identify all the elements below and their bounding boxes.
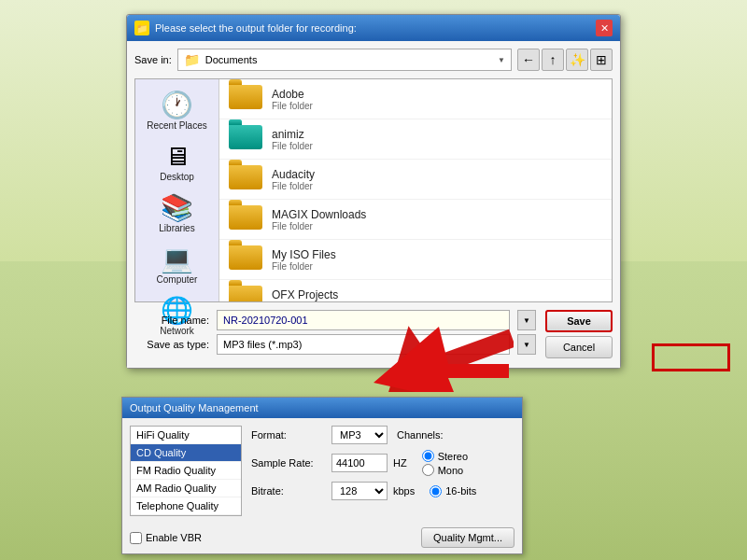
format-row: Format: MP3 Channels: xyxy=(251,426,514,444)
quality-title: Output Quality Management xyxy=(130,402,259,413)
cancel-button[interactable]: Cancel xyxy=(545,336,613,358)
dialog-title: Please select the output folder for reco… xyxy=(155,22,357,34)
sidebar-item-desktop[interactable]: 🖥 Desktop xyxy=(140,138,215,186)
list-item[interactable]: My ISO Files File folder xyxy=(219,240,612,280)
enable-vbr-checkbox[interactable] xyxy=(130,532,142,544)
list-item[interactable]: Adobe File folder xyxy=(219,79,612,119)
folder-icon xyxy=(229,205,262,233)
save-in-label: Save in: xyxy=(134,54,172,65)
quality-item-am[interactable]: AM Radio Quality xyxy=(131,480,241,497)
libraries-label: Libraries xyxy=(159,223,194,233)
computer-icon: 💻 xyxy=(161,245,194,273)
quality-footer: Enable VBR Quality Mgmt... xyxy=(122,524,522,553)
list-item[interactable]: MAGIX Downloads File folder xyxy=(219,200,612,240)
desktop-label: Desktop xyxy=(160,172,194,182)
filetype-label: Save as type: xyxy=(134,339,209,350)
save-button[interactable]: Save xyxy=(545,310,613,332)
filetype-dropdown[interactable]: ▼ xyxy=(517,334,536,355)
filename-label: File name: xyxy=(134,315,209,326)
desktop-icon: 🖥 xyxy=(161,142,194,170)
file-dialog: 📁 Please select the output folder for re… xyxy=(126,14,621,369)
enable-vbr-label[interactable]: Enable VBR xyxy=(130,532,202,544)
title-bar: 📁 Please select the output folder for re… xyxy=(127,15,620,41)
bitrate-label: Bitrate: xyxy=(251,485,326,497)
dialog-icon: 📁 xyxy=(134,21,149,35)
savetype-row: Save as type: ▼ xyxy=(134,334,536,355)
folder-icon xyxy=(229,165,262,193)
save-in-combo[interactable]: 📁 Documents ▼ xyxy=(177,49,512,71)
filename-row: File name: ▼ xyxy=(134,310,536,330)
dialog-body: Save in: 📁 Documents ▼ ← ↑ ✨ ⊞ xyxy=(127,41,620,368)
folder-info: Adobe File folder xyxy=(272,88,313,111)
folder-icon xyxy=(229,85,262,113)
libraries-icon: 📚 xyxy=(161,193,194,221)
computer-label: Computer xyxy=(157,274,198,285)
sample-rate-input[interactable] xyxy=(331,454,388,472)
content-area: 🕐 Recent Places 🖥 Desktop 📚 xyxy=(134,78,613,302)
quality-item-fm[interactable]: FM Radio Quality xyxy=(131,462,241,480)
format-label: Format: xyxy=(251,429,326,441)
folder-info: animiz File folder xyxy=(272,128,313,151)
save-in-row: Save in: 📁 Documents ▼ ← ↑ ✨ ⊞ xyxy=(134,49,613,71)
filetype-input[interactable] xyxy=(217,334,510,355)
folder-info: My ISO Files File folder xyxy=(272,248,336,272)
bits-options: 16-bits xyxy=(430,485,476,497)
quality-title-bar: Output Quality Management xyxy=(122,398,522,418)
title-bar-left: 📁 Please select the output folder for re… xyxy=(134,21,357,35)
list-item[interactable]: OFX Projects File folder xyxy=(219,280,612,301)
new-folder-button[interactable]: ✨ xyxy=(566,49,588,71)
recent-icon: 🕐 xyxy=(161,91,194,119)
quality-item-hifi[interactable]: HiFi Quality xyxy=(131,427,241,444)
quality-body: HiFi Quality CD Quality FM Radio Quality… xyxy=(122,418,522,524)
filename-dropdown[interactable]: ▼ xyxy=(517,310,536,330)
list-item[interactable]: animiz File folder xyxy=(219,119,612,160)
form-rows: File name: ▼ Save as type: ▼ xyxy=(134,310,536,360)
stereo-option[interactable]: Stereo xyxy=(422,450,468,462)
folder-info: MAGIX Downloads File folder xyxy=(272,208,366,231)
back-button[interactable]: ← xyxy=(517,49,540,71)
channels-row: Sample Rate: HZ Stereo Mono xyxy=(251,450,514,476)
format-select[interactable]: MP3 xyxy=(331,426,388,444)
save-in-arrow: ▼ xyxy=(498,56,505,64)
quality-item-tel[interactable]: Telephone Quality xyxy=(131,497,241,515)
bitrate-select[interactable]: 128 xyxy=(331,482,388,500)
folder-icon xyxy=(229,125,262,153)
bitrate-row: Bitrate: 128 kbps 16-bits xyxy=(251,482,514,500)
up-button[interactable]: ↑ xyxy=(542,49,564,71)
quality-mgmt-button[interactable]: Quality Mgmt... xyxy=(421,527,514,548)
view-button[interactable]: ⊞ xyxy=(590,49,613,71)
bottom-rows: File name: ▼ Save as type: ▼ Save Cancel xyxy=(134,310,613,360)
save-in-value: Documents xyxy=(205,54,492,65)
quality-panel: Output Quality Management HiFi Quality C… xyxy=(121,397,523,554)
channels-header: Channels: xyxy=(397,429,444,441)
folder-info: Audacity File folder xyxy=(272,168,315,191)
folder-icon xyxy=(229,245,262,273)
channel-options: Stereo Mono xyxy=(422,450,468,476)
quality-list[interactable]: HiFi Quality CD Quality FM Radio Quality… xyxy=(130,426,242,516)
16bit-option[interactable]: 16-bits xyxy=(430,485,476,497)
files-panel[interactable]: Adobe File folder animiz F xyxy=(219,79,612,301)
filename-input[interactable] xyxy=(217,310,510,330)
sidebar-item-libraries[interactable]: 📚 Libraries xyxy=(140,189,215,237)
bitrate-unit: kbps xyxy=(393,485,415,497)
sidebar-item-recent[interactable]: 🕐 Recent Places xyxy=(140,87,215,134)
sample-rate-label: Sample Rate: xyxy=(251,457,326,469)
sidebar-item-computer[interactable]: 💻 Computer xyxy=(140,241,215,288)
close-button[interactable]: ✕ xyxy=(596,20,613,36)
action-buttons: Save Cancel xyxy=(545,310,613,358)
quality-settings: Format: MP3 Channels: Sample Rate: HZ St… xyxy=(251,426,514,516)
list-item[interactable]: Audacity File folder xyxy=(219,160,612,200)
places-panel: 🕐 Recent Places 🖥 Desktop 📚 xyxy=(135,79,219,301)
quality-item-cd[interactable]: CD Quality xyxy=(131,444,241,462)
folder-info: OFX Projects File folder xyxy=(272,288,338,302)
recent-label: Recent Places xyxy=(147,120,206,131)
toolbar-buttons: ← ↑ ✨ ⊞ xyxy=(517,49,613,71)
mono-option[interactable]: Mono xyxy=(422,464,468,476)
sample-rate-unit: HZ xyxy=(393,457,407,469)
folder-icon xyxy=(229,286,262,301)
